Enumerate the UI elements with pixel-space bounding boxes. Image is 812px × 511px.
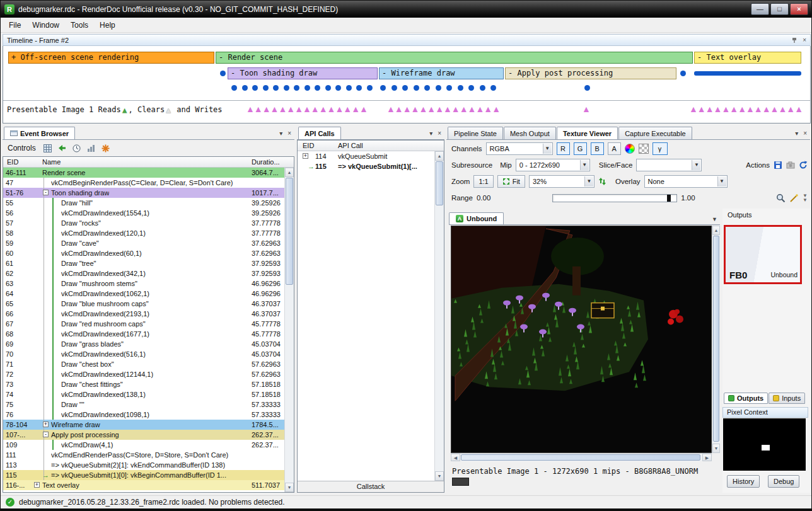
tree-expander[interactable]: + (43, 422, 49, 427)
event-dot[interactable] (284, 85, 289, 91)
scroll-thumb[interactable] (286, 178, 293, 285)
event-row[interactable]: 70vkCmdDrawIndexed(516,1)45.03704 (3, 349, 284, 359)
event-dot[interactable] (220, 71, 226, 76)
event-dot[interactable] (315, 85, 320, 91)
slice-face-dropdown[interactable]: ▼ (636, 159, 702, 171)
panel-close-icon[interactable]: × (803, 130, 807, 137)
minimize-button[interactable]: — (751, 3, 769, 15)
event-row[interactable]: 71Draw "chest box"57.62963 (3, 359, 284, 369)
tree-expander[interactable]: + (303, 153, 308, 159)
tab-mesh-output[interactable]: Mesh Output (504, 127, 556, 139)
event-row[interactable]: 64vkCmdDrawIndexed(1062,1)46.96296 (3, 289, 284, 299)
tree-expander[interactable]: - (43, 432, 49, 437)
menu-item-tools[interactable]: Tools (65, 18, 94, 32)
gamma-button[interactable]: γ (652, 142, 668, 155)
event-row[interactable]: 58vkCmdDrawIndexed(120,1)37.77778 (3, 228, 284, 238)
api-call-row[interactable]: →115=> vkQueueSubmit(1)[... (298, 161, 434, 171)
event-row[interactable]: 107-...-Apply post processing262.37... (3, 430, 284, 440)
timeline-close-icon[interactable]: × (803, 37, 806, 43)
tab-pipeline-state[interactable]: Pipeline State (448, 127, 503, 139)
tab-overflow-icon[interactable]: ▼ (712, 216, 720, 224)
event-row[interactable]: 61Draw "tree"37.92593 (3, 258, 284, 268)
range-min-value[interactable]: 0.00 (477, 194, 490, 202)
event-row[interactable]: 60vkCmdDrawIndexed(60,1)37.62963 (3, 248, 284, 258)
panel-close-icon[interactable]: × (438, 130, 441, 137)
event-dot[interactable] (446, 85, 452, 91)
timeline-bar[interactable]: - Toon shading draw (228, 67, 378, 79)
viewport-vscrollbar[interactable]: ▲ ▼ (712, 226, 720, 453)
event-dot[interactable] (335, 85, 341, 91)
timeline-bar[interactable]: - Text overlay (694, 52, 801, 64)
event-dot[interactable] (380, 85, 386, 91)
range-slider-handle[interactable] (667, 195, 671, 202)
mip-dropdown[interactable]: 0 - 1272x690▼ (516, 159, 590, 171)
range-slider[interactable] (552, 194, 677, 202)
col-api-call[interactable]: API Call (338, 142, 363, 149)
event-row[interactable]: 69Draw "grass blades"45.03704 (3, 339, 284, 349)
texture-image[interactable] (451, 226, 712, 453)
scroll-left-icon[interactable]: ◀ (451, 454, 460, 461)
event-dot[interactable] (231, 85, 237, 91)
timeline-bar[interactable]: + Off-screen scene rendering (8, 52, 214, 64)
debug-button[interactable]: Debug (768, 475, 799, 488)
scroll-right-icon[interactable]: ▶ (702, 454, 712, 461)
channels-dropdown[interactable]: RGBA▼ (486, 142, 553, 155)
event-row[interactable]: 46-111Render scene3064.7... (3, 168, 284, 178)
scroll-thumb[interactable] (713, 236, 719, 442)
event-dot[interactable] (392, 85, 397, 91)
channel-a-button[interactable]: A (608, 142, 621, 155)
zoom-range-icon[interactable] (776, 193, 786, 203)
write-markers[interactable]: ▲ (582, 104, 590, 114)
scroll-up-icon[interactable]: ▲ (285, 168, 294, 177)
event-row[interactable]: 72vkCmdDrawIndexed(12144,1)57.62963 (3, 369, 284, 379)
event-dot[interactable] (273, 85, 279, 91)
tab-inputs[interactable]: Inputs (768, 393, 805, 404)
pin-icon[interactable] (791, 37, 798, 43)
output-thumbnail-fb0[interactable]: FB0 Unbound (724, 225, 802, 284)
menu-item-file[interactable]: File (3, 18, 26, 32)
history-button[interactable]: History (727, 475, 760, 488)
event-row[interactable]: 51-76-Toon shading draw1017.7... (3, 188, 284, 198)
tab-outputs[interactable]: Outputs (724, 393, 768, 404)
scroll-down-icon[interactable]: ▼ (712, 444, 720, 453)
panel-menu-icon[interactable]: ▾ (429, 130, 432, 137)
event-row[interactable]: 78-104+Wireframe draw1784.5... (3, 420, 284, 430)
col-duration[interactable]: Duratio... (252, 158, 280, 166)
goto-icon[interactable] (58, 144, 66, 152)
stats-icon[interactable] (87, 144, 95, 152)
timeline-bar[interactable]: - Wireframe draw (379, 67, 504, 79)
event-row[interactable]: 66vkCmdDrawIndexed(2193,1)46.37037 (3, 309, 284, 319)
checkerboard-background-icon[interactable] (639, 144, 649, 154)
col-eid[interactable]: EID (7, 158, 18, 166)
save-icon[interactable] (774, 161, 782, 169)
timeline-bar[interactable]: - Render scene (216, 52, 693, 64)
event-dot[interactable] (436, 85, 441, 91)
event-row[interactable]: 74vkCmdDrawIndexed(138,1)57.18518 (3, 389, 284, 399)
texture-tab-unbound[interactable]: A Unbound (449, 212, 504, 224)
event-row[interactable]: 111vkCmdEndRenderPass(C=Store, D=Store, … (3, 450, 284, 460)
scroll-thumb[interactable] (461, 454, 700, 461)
scroll-down-icon[interactable]: ▼ (285, 483, 294, 492)
zoom-1to1-button[interactable]: 1:1 (473, 175, 493, 188)
tree-expander[interactable]: + (34, 482, 40, 488)
event-dot[interactable] (490, 85, 496, 91)
tab-capture-executable[interactable]: Capture Executable (618, 127, 692, 139)
api-calls-scrollbar[interactable]: ▲ ▼ (434, 151, 444, 481)
tree-expander[interactable]: - (43, 190, 49, 195)
maximize-button[interactable]: □ (770, 3, 789, 15)
toolbar-overflow-icon[interactable]: ▼▼ (803, 193, 808, 202)
event-dot[interactable] (263, 85, 269, 91)
tab-texture-viewer[interactable]: Texture Viewer (557, 127, 618, 139)
event-dot[interactable] (458, 85, 463, 91)
close-button[interactable]: × (790, 3, 808, 15)
event-dot[interactable] (414, 85, 419, 91)
overlay-dropdown[interactable]: None▼ (644, 175, 728, 188)
panel-close-icon[interactable]: × (287, 130, 291, 137)
event-row[interactable]: 56vkCmdDrawIndexed(1554,1)39.25926 (3, 208, 284, 218)
pixel-context-view[interactable] (723, 418, 806, 471)
callstack-footer[interactable]: Callstack (298, 481, 444, 492)
api-call-row[interactable]: +114vkQueueSubmit (298, 151, 434, 161)
event-dot[interactable] (294, 85, 299, 91)
event-dot[interactable] (402, 85, 408, 91)
panel-menu-icon[interactable]: ▾ (795, 130, 798, 137)
